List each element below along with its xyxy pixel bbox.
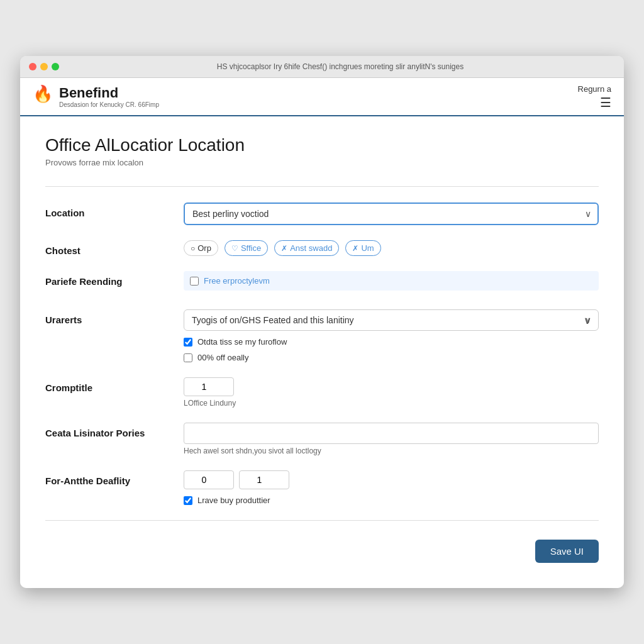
urarerts-control: Tyogis of on/GHS Feated and this lanitin… bbox=[184, 309, 599, 362]
page-subtitle: Provows forrae mix localon bbox=[45, 158, 599, 167]
x-icon-1: ✗ bbox=[281, 244, 287, 253]
choice-anst[interactable]: ✗ Anst swadd bbox=[274, 240, 339, 256]
pariefe-label: Pariefe Reending bbox=[45, 271, 171, 287]
for-antthe-label: For-Antthe Deaflity bbox=[45, 470, 171, 486]
main-content: Office AlLocatior Location Provows forra… bbox=[20, 116, 624, 588]
ceata-row: Ceata Lisinator Pories Hech awel sort sh… bbox=[45, 423, 599, 455]
circle-icon: ○ bbox=[191, 244, 195, 253]
logo-name: Benefind bbox=[59, 85, 159, 101]
choice-orp[interactable]: ○ Orp bbox=[184, 240, 218, 256]
for-antthe-control: Lrave buy produttier bbox=[184, 470, 599, 505]
logo-icon: 🔥 bbox=[33, 86, 55, 108]
traffic-lights bbox=[29, 63, 59, 70]
logo-area: 🔥 Benefind Desdasion for Kenucky CR. 66F… bbox=[33, 85, 159, 108]
urarerts-select-wrapper: Tyogis of on/GHS Feated and this lanitin… bbox=[184, 309, 599, 331]
ceata-label: Ceata Lisinator Pories bbox=[45, 423, 171, 438]
ceata-input[interactable] bbox=[184, 423, 599, 444]
cromptitle-control: LOffice Linduny bbox=[184, 377, 599, 408]
check1-checkbox[interactable] bbox=[184, 338, 192, 347]
maximize-button[interactable] bbox=[52, 63, 59, 70]
page-title: Office AlLocatior Location bbox=[45, 135, 599, 155]
heart-icon: ♡ bbox=[231, 244, 238, 253]
check2-label: 00% off oeally bbox=[197, 353, 248, 362]
check2-checkbox[interactable] bbox=[184, 353, 192, 362]
logo-text-area: Benefind Desdasion for Kenucky CR. 66Fim… bbox=[59, 85, 159, 108]
ceata-control: Hech awel sort shdn,you sivot all loctlo… bbox=[184, 423, 599, 455]
pariefe-row: Pariefe Reending Free erproctylevm bbox=[45, 271, 599, 294]
pariefe-checkbox-row: Free erproctylevm bbox=[184, 271, 599, 291]
location-row: Location Best perliny voctiod bbox=[45, 203, 599, 225]
hamburger-menu[interactable]: ☰ bbox=[600, 96, 611, 109]
choice-um[interactable]: ✗ Um bbox=[345, 240, 380, 256]
check2-row: 00% off oeally bbox=[184, 353, 599, 362]
cromptitle-hint: LOffice Linduny bbox=[184, 399, 599, 408]
navbar-right: Regurn a ☰ bbox=[578, 84, 611, 109]
choices-row: ○ Orp ♡ Sffice ✗ Anst swadd ✗ Um bbox=[184, 240, 599, 256]
ceata-hint: Hech awel sort shdn,you sivot all loctlo… bbox=[184, 447, 599, 455]
return-link[interactable]: Regurn a bbox=[578, 84, 611, 94]
logo-subtitle: Desdasion for Kenucky CR. 66Fimp bbox=[59, 101, 159, 108]
location-label: Location bbox=[45, 203, 171, 218]
urarerts-row: Urarerts Tyogis of on/GHS Feated and thi… bbox=[45, 309, 599, 362]
for-antthe-inputs bbox=[184, 470, 599, 489]
choice-sffice[interactable]: ♡ Sffice bbox=[225, 240, 268, 256]
choice-anst-label: Anst swadd bbox=[290, 243, 332, 253]
location-select[interactable]: Best perliny voctiod bbox=[184, 203, 599, 225]
chotest-label: Chotest bbox=[45, 240, 171, 256]
titlebar-text: HS vhjcocaplsor Iry 6hife Chesf() inchgr… bbox=[65, 62, 615, 71]
for-antthe-input-2[interactable] bbox=[239, 470, 289, 489]
cromptitle-label: Cromptitle bbox=[45, 377, 171, 393]
checks-group: Otdta tiss se my furoflow 00% off oeally bbox=[184, 337, 599, 362]
chotest-row: Chotest ○ Orp ♡ Sffice ✗ Anst swadd bbox=[45, 240, 599, 256]
pariefe-checkbox[interactable] bbox=[190, 277, 199, 286]
form-divider bbox=[45, 186, 599, 187]
choice-um-label: Um bbox=[361, 243, 374, 253]
for-antthe-row: For-Antthe Deaflity Lrave buy produttier bbox=[45, 470, 599, 505]
pariefe-control: Free erproctylevm bbox=[184, 271, 599, 294]
app-window: HS vhjcocaplsor Iry 6hife Chesf() inchgr… bbox=[20, 56, 624, 588]
location-control: Best perliny voctiod bbox=[184, 203, 599, 225]
choice-orp-label: Orp bbox=[197, 243, 211, 253]
x-icon-2: ✗ bbox=[352, 244, 358, 253]
pariefe-checkbox-label: Free erproctylevm bbox=[204, 276, 270, 286]
urarerts-label: Urarerts bbox=[45, 309, 171, 325]
bottom-divider bbox=[45, 520, 599, 521]
minimize-button[interactable] bbox=[40, 63, 48, 70]
leave-row: Lrave buy produttier bbox=[184, 496, 599, 505]
location-select-wrapper: Best perliny voctiod bbox=[184, 203, 599, 225]
leave-label: Lrave buy produttier bbox=[197, 496, 270, 505]
cromptitle-input[interactable] bbox=[184, 377, 234, 396]
leave-checkbox[interactable] bbox=[184, 496, 192, 505]
urarerts-select[interactable]: Tyogis of on/GHS Feated and this lanitin… bbox=[184, 309, 599, 331]
close-button[interactable] bbox=[29, 63, 36, 70]
for-antthe-input-1[interactable] bbox=[184, 470, 234, 489]
bottom-bar: Save UI bbox=[45, 533, 599, 563]
cromptitle-row: Cromptitle LOffice Linduny bbox=[45, 377, 599, 408]
check1-row: Otdta tiss se my furoflow bbox=[184, 337, 599, 347]
choice-sffice-label: Sffice bbox=[241, 243, 261, 253]
check1-label: Otdta tiss se my furoflow bbox=[197, 337, 287, 347]
titlebar: HS vhjcocaplsor Iry 6hife Chesf() inchgr… bbox=[20, 56, 624, 78]
save-button[interactable]: Save UI bbox=[535, 540, 599, 563]
navbar: 🔥 Benefind Desdasion for Kenucky CR. 66F… bbox=[20, 78, 624, 116]
chotest-control: ○ Orp ♡ Sffice ✗ Anst swadd ✗ Um bbox=[184, 240, 599, 256]
